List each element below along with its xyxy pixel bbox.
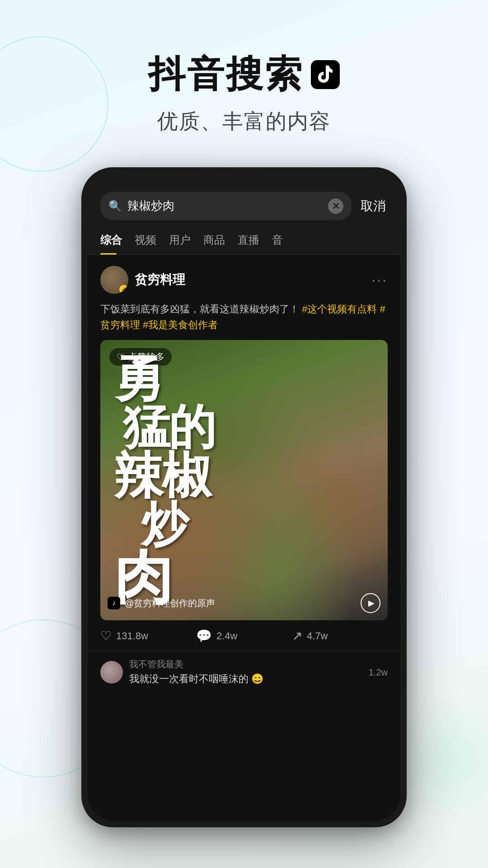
hero-section: 抖音搜索 优质、丰富的内容 — [0, 0, 488, 136]
author-info: ✓ 贫穷料理 — [100, 266, 185, 294]
tab-bar: 综合 视频 用户 商品 直播 音 — [88, 220, 400, 255]
video-char-row-4: 炒 — [114, 500, 374, 548]
video-char-3: 辣椒 — [114, 451, 210, 500]
verified-badge: ✓ — [119, 285, 128, 294]
hero-subtitle: 优质、丰富的内容 — [0, 108, 488, 136]
video-char-row-3: 辣椒 — [114, 451, 374, 500]
commenter-avatar — [100, 661, 123, 684]
share-icon: ↗ — [292, 628, 302, 643]
comment-content: 我就没一次看时不咽唾沫的 😄 — [129, 672, 362, 686]
commenter-avatar-img — [100, 661, 123, 684]
like-icon: ♡ — [100, 628, 112, 643]
more-options-button[interactable]: ··· — [371, 272, 388, 288]
tab-综合[interactable]: 综合 — [100, 227, 135, 255]
author-avatar: ✓ — [100, 266, 128, 294]
search-clear-button[interactable]: ✕ — [328, 198, 343, 214]
audio-label: @贫穷料理创作的原声 — [125, 597, 215, 609]
search-input-wrapper[interactable]: 🔍 辣椒炒肉 ✕ — [100, 192, 352, 220]
audio-bar: ♪ @贫穷料理创作的原声 ▶ — [108, 593, 380, 613]
like-action[interactable]: ♡ 131.8w — [100, 628, 196, 643]
tiktok-logo-icon — [311, 60, 340, 89]
tiktok-small-icon: ♪ — [108, 597, 120, 609]
content-area: ✓ 贫穷料理 ··· 下饭菜到底有多凶猛，就看这道辣椒炒肉了！ #这个视频有点料… — [88, 255, 400, 821]
search-bar-area: 🔍 辣椒炒肉 ✕ 取消 — [88, 174, 400, 220]
like-count: 131.8w — [116, 630, 148, 642]
comment-section: 我不管我最美 我就没一次看时不咽唾沫的 😄 1.2w — [88, 651, 400, 700]
tab-商品[interactable]: 商品 — [203, 227, 238, 255]
tab-音[interactable]: 音 — [272, 227, 296, 255]
author-name: 贫穷料理 — [135, 271, 185, 288]
interaction-row: ♡ 131.8w 💬 2.4w ↗ 4.7w — [100, 620, 388, 651]
phone-mockup: 🔍 辣椒炒肉 ✕ 取消 综合 视频 用户 商品 直播 音 — [81, 167, 407, 827]
search-icon: 🔍 — [108, 200, 122, 212]
share-action[interactable]: ↗ 4.7w — [292, 628, 388, 643]
tab-视频[interactable]: 视频 — [135, 227, 169, 255]
video-char-row-1: 勇 — [114, 354, 374, 403]
audio-info: ♪ @贫穷料理创作的原声 — [108, 597, 215, 609]
comment-row: 我不管我最美 我就没一次看时不咽唾沫的 😄 1.2w — [100, 658, 388, 686]
play-icon: ▶ — [368, 598, 375, 608]
post-description: 下饭菜到底有多凶猛，就看这道辣椒炒肉了！ #这个视频有点料 #贫穷料理 #我是美… — [100, 301, 388, 333]
tab-用户[interactable]: 用户 — [169, 227, 203, 255]
post-desc-text: 下饭菜到底有多凶猛，就看这道辣椒炒肉了！ — [100, 303, 299, 315]
comment-count: 2.4w — [216, 630, 237, 642]
search-query-text: 辣椒炒肉 — [127, 198, 323, 214]
video-char-4: 炒 — [141, 500, 187, 548]
post-card: ✓ 贫穷料理 ··· 下饭菜到底有多凶猛，就看这道辣椒炒肉了！ #这个视频有点料… — [88, 255, 400, 651]
commenter-username: 我不管我最美 — [129, 658, 362, 670]
comment-action[interactable]: 💬 2.4w — [196, 628, 292, 643]
tab-直播[interactable]: 直播 — [238, 227, 272, 255]
comment-likes: 1.2w — [369, 667, 388, 678]
share-count: 4.7w — [307, 630, 328, 642]
comment-text-block: 我不管我最美 我就没一次看时不咽唾沫的 😄 — [129, 658, 362, 686]
hero-title-wrapper: 抖音搜索 — [0, 50, 488, 99]
video-char-2: 猛的 — [123, 403, 214, 451]
comment-icon: 💬 — [196, 628, 212, 643]
video-thumbnail[interactable]: ♡ 点赞较多 勇 猛的 辣椒 — [100, 340, 388, 620]
phone-screen: 🔍 辣椒炒肉 ✕ 取消 综合 视频 用户 商品 直播 音 — [88, 174, 400, 821]
search-cancel-button[interactable]: 取消 — [359, 194, 388, 218]
post-author-row: ✓ 贫穷料理 ··· — [100, 266, 388, 294]
phone-shell: 🔍 辣椒炒肉 ✕ 取消 综合 视频 用户 商品 直播 音 — [81, 167, 407, 827]
video-text-overlay: 勇 猛的 辣椒 炒 肉 — [100, 340, 388, 620]
hero-title-text: 抖音搜索 — [148, 50, 304, 99]
play-button[interactable]: ▶ — [361, 593, 380, 613]
video-char-row-2: 猛的 — [114, 403, 374, 451]
video-char-1: 勇 — [114, 354, 162, 403]
